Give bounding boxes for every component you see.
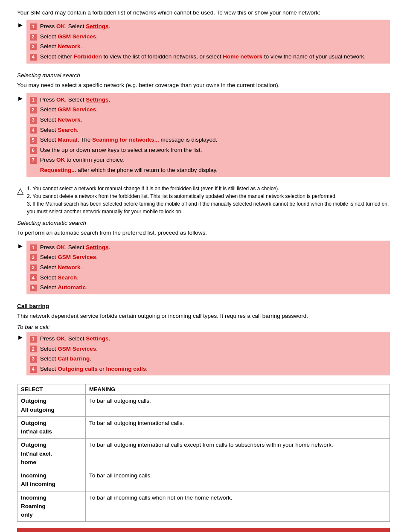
step-text: Requesting... after which the phone will… [40,166,387,175]
step-row: 4 Select Search. [30,273,387,283]
step-row: 2 Select GSM Services. [30,105,387,115]
warning-text: 1. You cannot select a network for manua… [27,185,390,215]
table-header-select: SELECT [17,384,86,395]
step-row: 7 Requesting... after which the phone wi… [30,165,387,175]
call-barring-subheading: To bar a call: [17,324,390,330]
step-row: 3 Select Call barring. [30,354,387,364]
step-num: 1 [30,23,37,30]
table-row: IncomingAll incoming To bar all incoming… [17,469,390,491]
step-text: Select GSM Services. [40,32,387,41]
step-num: 2 [30,34,37,41]
step-text: Select either Forbidden to view the list… [40,52,387,61]
step-num: 4 [30,127,37,134]
step-row: 4 Select Search. [30,125,387,135]
table-cell-select: OutgoingAll outgoing [17,395,86,417]
step-text: Select Search. [40,125,387,135]
table-row: OutgoingAll outgoing To bar all outgoing… [17,395,390,417]
call-barring-intro: This network dependent service forbids c… [17,312,390,320]
step-num: 2 [30,107,37,113]
step-text: Select Network. [40,115,387,125]
table-cell-meaning: To bar all incoming calls. [86,469,390,491]
step-row: 4 Select Outgoing calls or Incoming call… [30,364,387,374]
step-num: 5 [30,285,37,291]
step-num: 3 [30,117,37,124]
manual-steps: 1 Press OK. Select Settings. 2 Select GS… [26,93,390,177]
step-num: 2 [30,254,37,261]
table-cell-select: OutgoingInt'nal calls [17,416,86,439]
arrow-icon: ► [17,242,24,250]
step-row: 1 Press OK. Select Settings. [30,95,387,105]
table-cell-select: IncomingRoamingonly [17,491,86,522]
step-text: Select GSM Services. [40,105,387,114]
step-text: Select Outgoing calls or Incoming calls: [40,364,387,374]
step-num: 4 [30,274,37,281]
step-row: 3 Select Network. [30,115,387,125]
step-num: 7 [30,157,37,164]
step-text: Select Call barring. [40,354,387,363]
step-row: 2 Select GSM Services. [30,32,387,42]
table-cell-meaning: To bar all outgoing international calls. [86,416,390,439]
step-text: Select Search. [40,273,387,282]
step-text: Use the up or down arrow keys to select … [40,145,387,155]
auto-steps: 1 Press OK. Select Settings. 2 Select GS… [26,241,390,294]
step-num: 5 [30,137,37,144]
table-cell-meaning: To bar all outgoing international calls … [86,439,390,469]
barring-steps-block: ► 1 Press OK. Select Settings. 2 Select … [17,332,390,380]
arrow-icon: ► [17,21,24,29]
table-header-meaning: MEANING [86,384,390,395]
table-cell-select: OutgoingInt'nal excl.home [17,439,86,469]
step-row: 2 Select GSM Services. [30,252,387,262]
block1-arrow-block: ► 1 Press OK. Select Settings. 2 Select … [17,20,390,67]
step-num: 3 [30,265,37,271]
section-manual-intro: You may need to select a specific networ… [17,81,390,90]
section-auto-heading: Selecting automatic search [17,220,390,226]
barring-steps: 1 Press OK. Select Settings. 2 Select GS… [26,332,390,375]
warning-box: △ 1. You cannot select a network for man… [17,185,390,215]
warning-icon: △ [17,186,23,196]
step-text: Select GSM Services. [40,253,387,262]
step-row: 7 Press OK to confirm your choice. [30,155,387,165]
table-cell-select: IncomingAll incoming [17,469,86,491]
step-row: 5 Select Automatic. [30,282,387,293]
barring-table: SELECT MEANING OutgoingAll outgoing To b… [17,384,390,522]
step-text: Press OK. Select Settings. [40,243,387,252]
table-cell-meaning: To bar all incoming calls when not on th… [86,491,390,522]
step-text: Select GSM Services. [40,344,387,354]
table-cell-meaning: To bar all outgoing calls. [86,395,390,417]
step-row: 1 Press OK. Select Settings. [30,334,387,344]
step-row: 4 Select either Forbidden to view the li… [30,52,387,62]
step-num: 3 [30,356,37,363]
step-num: 4 [30,54,37,61]
step-row: 6 Use the up or down arrow keys to selec… [30,145,387,155]
table-row: OutgoingInt'nal excl.home To bar all out… [17,439,390,469]
step-text: Press OK. Select Settings. [40,95,387,105]
step-num: 1 [30,97,37,104]
step-num: 6 [30,147,37,154]
step-text: Press OK to confirm your choice. [40,155,387,165]
table-row: OutgoingInt'nal calls To bar all outgoin… [17,416,390,439]
step-num: 1 [30,336,37,343]
step-text: Select Manual. The Scanning for networks… [40,135,387,145]
step-row: 2 Select GSM Services. [30,344,387,354]
intro-text: Your SIM card may contain a forbidden li… [17,9,390,17]
table-row: IncomingRoamingonly To bar all incoming … [17,491,390,522]
step-num: 1 [30,244,37,251]
step-row: 1 Press OK. Select Settings. [30,242,387,253]
auto-steps-block: ► 1 Press OK. Select Settings. 2 Select … [17,241,390,299]
step-row: 1 Press OK. Select Settings. [30,21,387,32]
call-barring-heading: Call barring [17,303,390,309]
manual-steps-block: ► 1 Press OK. Select Settings. 2 Select … [17,93,390,181]
arrow-icon: ► [17,95,24,102]
step-text: Select Network. [40,263,387,272]
step-row: 3 Select Network. [30,41,387,52]
step-num: 3 [30,44,37,50]
step-num: 4 [30,366,37,373]
step-row: 5 Select Manual. The Scanning for networ… [30,135,387,145]
step-text: Press OK. Select Settings. [40,22,387,31]
section-manual-heading: Selecting manual search [17,72,390,78]
step-num: 2 [30,346,37,352]
arrow-icon: ► [17,334,24,341]
step-text: Select Automatic. [40,283,387,292]
footer-bar: Settings [17,528,390,532]
block1-steps: 1 Press OK. Select Settings. 2 Select GS… [26,20,390,63]
